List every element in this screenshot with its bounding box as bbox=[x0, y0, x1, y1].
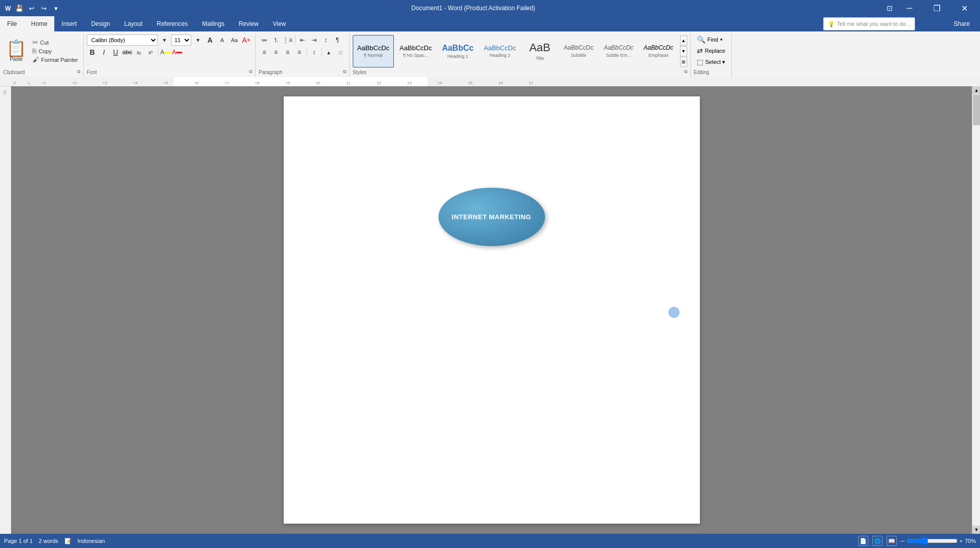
tab-insert[interactable]: Insert bbox=[54, 16, 84, 31]
customize-qat-icon[interactable]: ▾ bbox=[51, 3, 61, 13]
style-title[interactable]: AaB Title bbox=[522, 35, 558, 67]
select-button[interactable]: ⬚ Select ▾ bbox=[694, 57, 729, 67]
shading-button[interactable]: ▲ bbox=[323, 47, 334, 58]
text-highlight-button[interactable]: A bbox=[160, 47, 171, 58]
superscript-button[interactable]: x² bbox=[145, 47, 156, 58]
styles-expand-icon[interactable]: ⧉ bbox=[684, 69, 687, 75]
scrollbar-thumb[interactable] bbox=[973, 95, 980, 125]
editing-label: Editing bbox=[694, 68, 709, 76]
borders-button[interactable]: □ bbox=[335, 47, 346, 58]
tab-design[interactable]: Design bbox=[84, 16, 117, 31]
style-subtle-em[interactable]: AaBbCcDc Subtle Em... bbox=[599, 35, 638, 67]
zoom-slider[interactable] bbox=[907, 537, 958, 545]
bold-button[interactable]: B bbox=[87, 47, 98, 58]
tab-review[interactable]: Review bbox=[231, 16, 265, 31]
svg-text:+1: +1 bbox=[42, 81, 47, 85]
replace-button[interactable]: ⇄ Replace bbox=[694, 46, 728, 56]
tell-me-bar[interactable]: 💡 Tell me what you want to do... bbox=[823, 17, 915, 30]
sort-button[interactable]: ↕ bbox=[320, 35, 331, 46]
grow-font-button[interactable]: A bbox=[205, 35, 216, 46]
format-painter-button[interactable]: 🖌 Format Painter bbox=[30, 55, 80, 64]
language[interactable]: Indonesian bbox=[78, 538, 105, 544]
font-name-select[interactable]: Calibri (Body) bbox=[87, 35, 158, 46]
shrink-font-button[interactable]: A bbox=[217, 35, 228, 46]
line-spacing-button[interactable]: ↕ bbox=[309, 47, 320, 58]
svg-rect-3 bbox=[174, 77, 427, 86]
share-button[interactable]: Share bbox=[948, 18, 976, 29]
style-emphasis[interactable]: AaBbCcDc Emphasis bbox=[639, 35, 678, 67]
replace-icon: ⇄ bbox=[697, 47, 703, 55]
font-size-select[interactable]: 11 bbox=[171, 35, 191, 46]
font-group: Calibri (Body) ▾ 11 ▾ A A Aa A✕ B bbox=[84, 33, 256, 77]
style-subtitle[interactable]: AaBbCcDc Subtitle bbox=[559, 35, 598, 67]
svg-text:16: 16 bbox=[498, 81, 503, 85]
tab-view[interactable]: View bbox=[266, 16, 293, 31]
sign-in-button[interactable]: Sign in bbox=[923, 20, 943, 27]
style-emphasis-preview: AaBbCcDc bbox=[644, 44, 673, 51]
document-page[interactable]: INTERNET MARKETING bbox=[284, 96, 700, 524]
find-button[interactable]: 🔍 Find ▾ bbox=[694, 35, 726, 45]
zoom-in-button[interactable]: + bbox=[960, 538, 963, 544]
minimize-button[interactable]: ─ bbox=[898, 0, 921, 16]
web-layout-view-button[interactable]: 🌐 bbox=[872, 536, 883, 546]
subscript-button[interactable]: x₂ bbox=[133, 47, 145, 58]
decrease-indent-button[interactable]: ⇤ bbox=[297, 35, 308, 46]
clipboard-expand-icon[interactable]: ⧉ bbox=[77, 69, 80, 75]
style-heading2-label: Heading 2 bbox=[489, 53, 510, 58]
tab-home[interactable]: Home bbox=[24, 16, 54, 31]
numbering-button[interactable]: ⒈ bbox=[271, 35, 282, 46]
style-scroll-down[interactable]: ▼ bbox=[680, 46, 687, 56]
font-expand-icon[interactable]: ⧉ bbox=[249, 69, 252, 75]
svg-text:+3: +3 bbox=[103, 81, 108, 85]
tab-layout[interactable]: Layout bbox=[117, 16, 150, 31]
align-left-button[interactable]: ≡ bbox=[259, 47, 270, 58]
save-icon[interactable]: 💾 bbox=[14, 3, 24, 13]
paragraph-expand-icon[interactable]: ⧉ bbox=[343, 69, 346, 75]
paste-button[interactable]: 📋 Paste bbox=[3, 39, 29, 63]
document-area: INTERNET MARKETING bbox=[11, 86, 972, 534]
style-normal[interactable]: AaBbCcDc ¶ Normal bbox=[353, 35, 394, 67]
scrollbar-up-button[interactable]: ▲ bbox=[972, 86, 980, 94]
multilevel-button[interactable]: ⋮≡ bbox=[282, 35, 293, 46]
justify-button[interactable]: ≡ bbox=[294, 47, 305, 58]
tab-mailings[interactable]: Mailings bbox=[195, 16, 231, 31]
paragraph-row-1: ≔ ⒈ ⋮≡ ⇤ ⇥ ↕ ¶ bbox=[259, 35, 343, 46]
copy-button[interactable]: ⎘ Copy bbox=[30, 47, 80, 55]
clear-format-button[interactable]: A✕ bbox=[241, 35, 252, 46]
read-mode-view-button[interactable]: 📖 bbox=[887, 536, 897, 546]
tab-references[interactable]: References bbox=[150, 16, 195, 31]
redo-icon[interactable]: ↪ bbox=[39, 3, 49, 13]
bullets-button[interactable]: ≔ bbox=[259, 35, 270, 46]
style-normal-label: ¶ Normal bbox=[364, 53, 382, 58]
copy-icon: ⎘ bbox=[32, 47, 37, 55]
align-right-button[interactable]: ≡ bbox=[282, 47, 293, 58]
print-layout-view-button[interactable]: 📄 bbox=[858, 536, 868, 546]
underline-button[interactable]: U bbox=[110, 47, 121, 58]
show-hide-button[interactable]: ¶ bbox=[332, 35, 343, 46]
tab-file[interactable]: File bbox=[0, 16, 24, 31]
proofing-icon[interactable]: 📝 bbox=[64, 538, 72, 544]
scrollbar-track[interactable] bbox=[972, 94, 980, 526]
change-case-button[interactable]: Aa bbox=[229, 35, 240, 46]
italic-button[interactable]: I bbox=[98, 47, 110, 58]
style-more[interactable]: ⊞ bbox=[680, 57, 687, 67]
style-heading2[interactable]: AaBbCcDc Heading 2 bbox=[479, 35, 521, 67]
font-color-button[interactable]: A bbox=[172, 47, 183, 58]
increase-indent-button[interactable]: ⇥ bbox=[309, 35, 320, 46]
style-scroll-up[interactable]: ▲ bbox=[680, 36, 687, 46]
strikethrough-button[interactable]: abc bbox=[122, 47, 133, 58]
restore-button[interactable]: ❐ bbox=[925, 0, 949, 16]
internet-marketing-shape[interactable]: INTERNET MARKETING bbox=[438, 188, 545, 246]
font-name-dropdown-icon[interactable]: ▾ bbox=[159, 35, 170, 46]
svg-text:15: 15 bbox=[468, 81, 472, 85]
style-no-spacing[interactable]: AaBbCcDc ¶ No Spac... bbox=[395, 35, 436, 67]
cut-button[interactable]: ✂ Cut bbox=[30, 38, 80, 47]
window-mode-icon[interactable]: ⊡ bbox=[886, 4, 894, 12]
align-center-button[interactable]: ≡ bbox=[271, 47, 282, 58]
font-size-dropdown-icon[interactable]: ▾ bbox=[192, 35, 204, 46]
scrollbar-down-button[interactable]: ▼ bbox=[972, 526, 980, 534]
style-heading1[interactable]: AaBbCc Heading 1 bbox=[437, 35, 478, 67]
undo-icon[interactable]: ↩ bbox=[26, 3, 37, 13]
close-button[interactable]: ✕ bbox=[953, 0, 976, 16]
zoom-out-button[interactable]: ─ bbox=[901, 538, 905, 544]
